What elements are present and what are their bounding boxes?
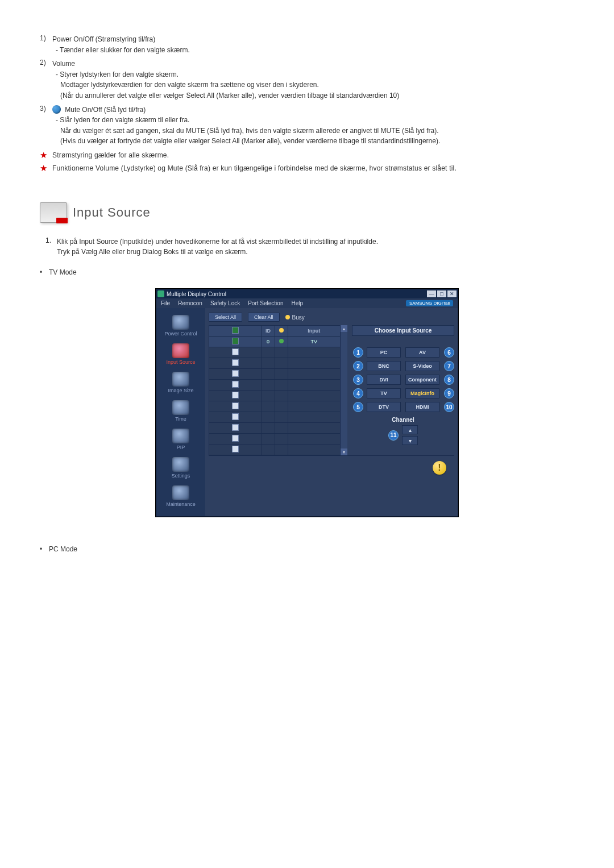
callout-7: 7 (444, 361, 454, 371)
sidebar-item-power-control[interactable]: Power Control (156, 312, 205, 340)
callout-3: 3 (353, 375, 363, 385)
menu-file[interactable]: File (161, 300, 170, 306)
grid-row[interactable]: 0 TV (209, 337, 341, 347)
callout-10: 10 (444, 402, 454, 412)
item-line: (Hvis du vælger at fortryde det valgte e… (52, 136, 574, 147)
row-checkbox[interactable] (232, 413, 239, 420)
row-checkbox[interactable] (232, 402, 239, 409)
menubar: File Remocon Safety Lock Port Selection … (156, 298, 458, 308)
status-bar: ! (209, 455, 454, 480)
grid-row[interactable] (209, 347, 341, 358)
close-button[interactable]: ✕ (447, 290, 457, 297)
grid-row[interactable] (209, 423, 341, 434)
grid-row[interactable] (209, 445, 341, 455)
row-checkbox[interactable] (232, 392, 239, 398)
warning-icon: ! (433, 461, 446, 475)
grid-row[interactable] (209, 401, 341, 412)
item-title: Mute On/Off (Slå lyd til/fra) (65, 106, 146, 114)
menu-remocon[interactable]: Remocon (178, 300, 202, 306)
sidebar-item-pip[interactable]: PIP (156, 425, 205, 454)
sidebar-item-settings[interactable]: Settings (156, 454, 205, 482)
select-all-button[interactable]: Select All (209, 313, 242, 322)
grid-row[interactable] (209, 434, 341, 445)
cell-input: TV (288, 337, 341, 347)
source-dvi-button[interactable]: DVI (367, 375, 401, 385)
row-checkbox[interactable] (232, 446, 239, 452)
app-logo-icon (157, 290, 164, 297)
clear-all-button[interactable]: Clear All (248, 313, 280, 322)
item-title: Power On/Off (Strømstyring til/fra) (52, 34, 574, 45)
bullet-icon: • (40, 268, 49, 276)
busy-dot-icon (285, 315, 290, 319)
scroll-up-icon[interactable]: ▴ (341, 325, 347, 332)
source-magicinfo-button[interactable]: MagicInfo (405, 388, 439, 398)
source-av-button[interactable]: AV (405, 347, 439, 358)
menu-help[interactable]: Help (291, 300, 303, 306)
app-window: Multiple Display Control — □ ✕ File Remo… (156, 289, 458, 517)
item-line: Modtager lydstyrkeværdien for den valgte… (52, 80, 574, 90)
intro-line: Klik på Input Source (Inputkilde) under … (57, 236, 574, 247)
grid-row[interactable] (209, 380, 341, 391)
grid-header-check[interactable] (209, 326, 262, 337)
callout-8: 8 (444, 375, 454, 385)
item-line: (Når du annullerer det valgte eller vælg… (52, 90, 574, 101)
sidebar-item-input-source[interactable]: Input Source (156, 340, 205, 368)
maximize-button[interactable]: □ (437, 290, 446, 297)
source-svideo-button[interactable]: S-Video (405, 361, 439, 371)
grid-row[interactable] (209, 412, 341, 423)
callout-6: 6 (444, 347, 454, 358)
callout-5: 5 (353, 402, 363, 412)
row-checkbox[interactable] (232, 359, 239, 366)
source-bnc-button[interactable]: BNC (367, 361, 401, 371)
channel-down-button[interactable]: ▾ (402, 436, 418, 445)
grid-header-power (275, 326, 288, 337)
row-checkbox[interactable] (232, 348, 239, 355)
item-line: - Styrer lydstyrken for den valgte skærm… (52, 69, 574, 80)
power-status-icon (279, 339, 284, 343)
callout-1: 1 (353, 347, 363, 358)
item-line: Når du vælger ét sæt ad gangen, skal du … (52, 126, 574, 136)
item-line: - Slår lyden for den valgte skærm til el… (52, 115, 574, 126)
row-checkbox[interactable] (232, 370, 239, 377)
item-line: - Tænder eller slukker for den valgte sk… (52, 45, 574, 56)
minimize-button[interactable]: — (427, 290, 436, 297)
channel-up-button[interactable]: ▴ (402, 425, 418, 434)
callout-11: 11 (388, 430, 399, 441)
item-number: 1) (40, 34, 52, 42)
sidebar: Power Control Input Source Image Size Ti… (156, 308, 205, 516)
intro-number: 1. (45, 236, 57, 257)
menu-safety-lock[interactable]: Safety Lock (210, 300, 240, 306)
callout-4: 4 (353, 388, 363, 398)
source-tv-button[interactable]: TV (367, 388, 401, 398)
display-grid: ID Input 0 TV (209, 325, 341, 455)
grid-scrollbar[interactable]: ▴ ▾ (341, 325, 347, 455)
sidebar-item-maintenance[interactable]: Maintenance (156, 482, 205, 510)
star-icon: ★ (40, 150, 52, 159)
star-icon: ★ (40, 163, 52, 172)
row-checkbox[interactable] (232, 381, 239, 388)
source-pc-button[interactable]: PC (367, 347, 401, 358)
row-checkbox[interactable] (232, 435, 239, 442)
sidebar-item-time[interactable]: Time (156, 397, 205, 425)
mode-label: TV Mode (49, 268, 77, 276)
grid-row[interactable] (209, 369, 341, 380)
cell-id: 0 (262, 337, 275, 347)
input-source-panel: Choose Input Source 1 PC AV 6 2 BNC S-Vi… (352, 325, 454, 455)
grid-header-id: ID (262, 326, 275, 337)
source-component-button[interactable]: Component (405, 375, 439, 385)
item-number: 3) (40, 105, 52, 113)
feature-list: 1) Power On/Off (Strømstyring til/fra) -… (40, 34, 574, 147)
callout-9: 9 (444, 388, 454, 398)
grid-row[interactable] (209, 358, 341, 369)
source-hdmi-button[interactable]: HDMI (405, 402, 439, 412)
source-dtv-button[interactable]: DTV (367, 402, 401, 412)
sidebar-item-image-size[interactable]: Image Size (156, 368, 205, 397)
grid-row[interactable] (209, 391, 341, 401)
mode-label: PC Mode (49, 545, 77, 553)
row-checkbox[interactable] (232, 338, 239, 344)
scroll-down-icon[interactable]: ▾ (341, 448, 347, 455)
window-title: Multiple Display Control (167, 291, 427, 297)
section-title: Input Source (73, 205, 151, 220)
menu-port-selection[interactable]: Port Selection (248, 300, 283, 306)
row-checkbox[interactable] (232, 424, 239, 431)
